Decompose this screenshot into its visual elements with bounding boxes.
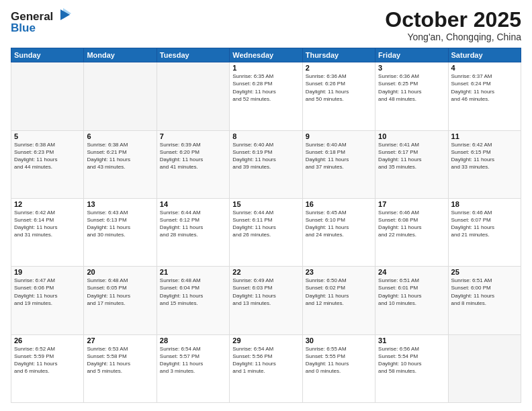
day-info: Sunrise: 6:36 AM Sunset: 6:25 PM Dayligh… — [378, 73, 445, 103]
day-number: 30 — [306, 336, 372, 345]
day-number: 12 — [14, 200, 81, 208]
calendar-cell: 26Sunrise: 6:52 AM Sunset: 5:59 PM Dayli… — [11, 334, 84, 402]
day-number: 13 — [87, 200, 153, 208]
calendar-cell: 14Sunrise: 6:44 AM Sunset: 6:12 PM Dayli… — [157, 198, 229, 266]
weekday-header-row: SundayMondayTuesdayWednesdayThursdayFrid… — [11, 48, 521, 62]
day-info: Sunrise: 6:54 AM Sunset: 5:57 PM Dayligh… — [160, 345, 226, 375]
weekday-header-saturday: Saturday — [448, 48, 521, 62]
calendar-cell: 20Sunrise: 6:48 AM Sunset: 6:05 PM Dayli… — [84, 267, 157, 334]
calendar-cell — [11, 62, 84, 130]
day-info: Sunrise: 6:47 AM Sunset: 6:06 PM Dayligh… — [14, 277, 81, 307]
day-info: Sunrise: 6:42 AM Sunset: 6:14 PM Dayligh… — [14, 209, 81, 239]
day-info: Sunrise: 6:36 AM Sunset: 6:26 PM Dayligh… — [306, 73, 372, 103]
day-info: Sunrise: 6:52 AM Sunset: 5:59 PM Dayligh… — [14, 345, 81, 375]
day-number: 26 — [14, 336, 81, 345]
day-info: Sunrise: 6:35 AM Sunset: 6:28 PM Dayligh… — [232, 73, 299, 103]
weekday-header-thursday: Thursday — [302, 48, 375, 62]
page-header: GeneralBlue October 2025 Yong'an, Chongq… — [11, 8, 521, 42]
day-number: 14 — [160, 200, 226, 208]
day-info: Sunrise: 6:44 AM Sunset: 6:12 PM Dayligh… — [160, 209, 226, 239]
day-info: Sunrise: 6:49 AM Sunset: 6:03 PM Dayligh… — [232, 277, 299, 307]
logo-svg: GeneralBlue — [11, 8, 71, 35]
calendar-cell: 30Sunrise: 6:55 AM Sunset: 5:55 PM Dayli… — [302, 334, 375, 402]
day-number: 29 — [232, 336, 299, 345]
logo: GeneralBlue — [11, 8, 71, 35]
svg-text:Blue: Blue — [11, 21, 36, 34]
calendar-cell: 23Sunrise: 6:50 AM Sunset: 6:02 PM Dayli… — [302, 267, 375, 334]
calendar-cell: 8Sunrise: 6:40 AM Sunset: 6:19 PM Daylig… — [230, 130, 302, 198]
day-info: Sunrise: 6:51 AM Sunset: 6:00 PM Dayligh… — [451, 277, 518, 307]
day-info: Sunrise: 6:54 AM Sunset: 5:56 PM Dayligh… — [232, 345, 299, 375]
day-info: Sunrise: 6:41 AM Sunset: 6:17 PM Dayligh… — [378, 141, 445, 171]
title-area: October 2025 Yong'an, Chongqing, China — [385, 8, 521, 42]
day-number: 10 — [378, 132, 445, 140]
day-number: 25 — [451, 268, 518, 276]
day-info: Sunrise: 6:38 AM Sunset: 6:23 PM Dayligh… — [14, 141, 81, 171]
calendar-cell: 16Sunrise: 6:45 AM Sunset: 6:10 PM Dayli… — [302, 198, 375, 266]
day-info: Sunrise: 6:46 AM Sunset: 6:07 PM Dayligh… — [451, 209, 518, 239]
day-info: Sunrise: 6:43 AM Sunset: 6:13 PM Dayligh… — [87, 209, 153, 239]
week-row-4: 19Sunrise: 6:47 AM Sunset: 6:06 PM Dayli… — [11, 267, 521, 334]
weekday-header-wednesday: Wednesday — [230, 48, 302, 62]
calendar-cell: 31Sunrise: 6:56 AM Sunset: 5:54 PM Dayli… — [375, 334, 448, 402]
day-info: Sunrise: 6:40 AM Sunset: 6:18 PM Dayligh… — [306, 141, 372, 171]
day-info: Sunrise: 6:38 AM Sunset: 6:21 PM Dayligh… — [87, 141, 153, 171]
day-number: 15 — [232, 200, 299, 208]
calendar-cell: 12Sunrise: 6:42 AM Sunset: 6:14 PM Dayli… — [11, 198, 84, 266]
weekday-header-tuesday: Tuesday — [157, 48, 229, 62]
weekday-header-friday: Friday — [375, 48, 448, 62]
calendar-cell: 22Sunrise: 6:49 AM Sunset: 6:03 PM Dayli… — [230, 267, 302, 334]
calendar-cell: 4Sunrise: 6:37 AM Sunset: 6:24 PM Daylig… — [448, 62, 521, 130]
week-row-3: 12Sunrise: 6:42 AM Sunset: 6:14 PM Dayli… — [11, 198, 521, 266]
day-info: Sunrise: 6:42 AM Sunset: 6:15 PM Dayligh… — [451, 141, 518, 171]
day-number: 9 — [306, 132, 372, 140]
day-info: Sunrise: 6:53 AM Sunset: 5:58 PM Dayligh… — [87, 345, 153, 375]
calendar-cell: 7Sunrise: 6:39 AM Sunset: 6:20 PM Daylig… — [157, 130, 229, 198]
day-number: 7 — [160, 132, 226, 140]
calendar-cell: 9Sunrise: 6:40 AM Sunset: 6:18 PM Daylig… — [302, 130, 375, 198]
calendar-cell: 15Sunrise: 6:44 AM Sunset: 6:11 PM Dayli… — [230, 198, 302, 266]
calendar-cell — [448, 334, 521, 402]
calendar-cell: 17Sunrise: 6:46 AM Sunset: 6:08 PM Dayli… — [375, 198, 448, 266]
day-info: Sunrise: 6:39 AM Sunset: 6:20 PM Dayligh… — [160, 141, 226, 171]
day-info: Sunrise: 6:37 AM Sunset: 6:24 PM Dayligh… — [451, 73, 518, 103]
calendar-cell: 29Sunrise: 6:54 AM Sunset: 5:56 PM Dayli… — [230, 334, 302, 402]
day-info: Sunrise: 6:45 AM Sunset: 6:10 PM Dayligh… — [306, 209, 372, 239]
week-row-2: 5Sunrise: 6:38 AM Sunset: 6:23 PM Daylig… — [11, 130, 521, 198]
day-info: Sunrise: 6:48 AM Sunset: 6:05 PM Dayligh… — [87, 277, 153, 307]
day-number: 19 — [14, 268, 81, 276]
weekday-header-monday: Monday — [84, 48, 157, 62]
calendar-cell: 10Sunrise: 6:41 AM Sunset: 6:17 PM Dayli… — [375, 130, 448, 198]
calendar-cell: 11Sunrise: 6:42 AM Sunset: 6:15 PM Dayli… — [448, 130, 521, 198]
day-number: 5 — [14, 132, 81, 140]
day-number: 6 — [87, 132, 153, 140]
day-info: Sunrise: 6:51 AM Sunset: 6:01 PM Dayligh… — [378, 277, 445, 307]
day-number: 24 — [378, 268, 445, 276]
day-number: 22 — [232, 268, 299, 276]
calendar-cell: 24Sunrise: 6:51 AM Sunset: 6:01 PM Dayli… — [375, 267, 448, 334]
day-info: Sunrise: 6:50 AM Sunset: 6:02 PM Dayligh… — [306, 277, 372, 307]
day-number: 31 — [378, 336, 445, 345]
day-number: 4 — [451, 64, 518, 72]
day-info: Sunrise: 6:46 AM Sunset: 6:08 PM Dayligh… — [378, 209, 445, 239]
calendar-cell: 27Sunrise: 6:53 AM Sunset: 5:58 PM Dayli… — [84, 334, 157, 402]
calendar-cell: 6Sunrise: 6:38 AM Sunset: 6:21 PM Daylig… — [84, 130, 157, 198]
calendar-cell: 28Sunrise: 6:54 AM Sunset: 5:57 PM Dayli… — [157, 334, 229, 402]
day-number: 23 — [306, 268, 372, 276]
week-row-1: 1Sunrise: 6:35 AM Sunset: 6:28 PM Daylig… — [11, 62, 521, 130]
week-row-5: 26Sunrise: 6:52 AM Sunset: 5:59 PM Dayli… — [11, 334, 521, 402]
calendar-cell: 13Sunrise: 6:43 AM Sunset: 6:13 PM Dayli… — [84, 198, 157, 266]
day-info: Sunrise: 6:44 AM Sunset: 6:11 PM Dayligh… — [232, 209, 299, 239]
day-number: 20 — [87, 268, 153, 276]
day-number: 21 — [160, 268, 226, 276]
day-number: 18 — [451, 200, 518, 208]
calendar-cell: 5Sunrise: 6:38 AM Sunset: 6:23 PM Daylig… — [11, 130, 84, 198]
day-number: 28 — [160, 336, 226, 345]
day-number: 11 — [451, 132, 518, 140]
day-info: Sunrise: 6:56 AM Sunset: 5:54 PM Dayligh… — [378, 345, 445, 375]
location: Yong'an, Chongqing, China — [385, 32, 521, 42]
day-info: Sunrise: 6:48 AM Sunset: 6:04 PM Dayligh… — [160, 277, 226, 307]
weekday-header-sunday: Sunday — [11, 48, 84, 62]
day-number: 3 — [378, 64, 445, 72]
day-number: 27 — [87, 336, 153, 345]
